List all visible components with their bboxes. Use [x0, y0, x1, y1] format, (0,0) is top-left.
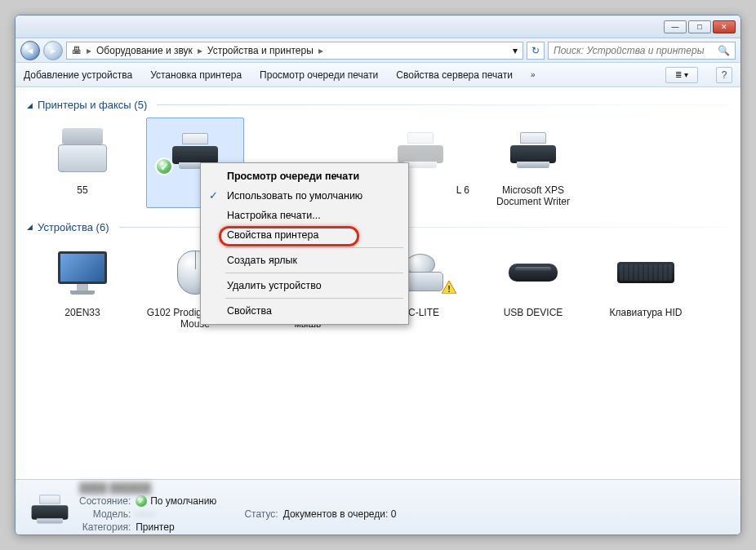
default-check-icon: ✓ [155, 157, 173, 175]
details-pane: ████ ██████ Состояние: ✓По умолчанию Мод… [16, 479, 740, 534]
search-icon: 🔍 [718, 45, 730, 56]
help-button[interactable]: ? [716, 67, 732, 83]
details-state-val: ✓По умолчанию [136, 495, 216, 507]
device-item[interactable]: Клавиатура HID [597, 240, 695, 330]
item-label: 55 [33, 184, 131, 196]
fax-icon [58, 128, 107, 172]
breadcrumb-hardware[interactable]: Оборудование и звук [93, 45, 196, 56]
ctx-use-default[interactable]: ✓ Использовать по умолчанию [202, 186, 407, 206]
warning-icon: ! [442, 281, 456, 294]
item-label: Клавиатура HID [597, 307, 695, 318]
back-button[interactable]: ◄ [20, 41, 40, 60]
devices-printers-icon: 🖶 [72, 45, 82, 56]
forward-button[interactable]: ► [43, 41, 63, 60]
toolbar-overflow-button[interactable]: » [531, 70, 536, 79]
ctx-remove-device[interactable]: Удалить устройство [202, 276, 407, 295]
usb-icon [509, 264, 558, 282]
monitor-icon [58, 251, 107, 294]
details-model-key: Модель: [79, 508, 131, 520]
item-label: USB DEVICE [484, 307, 582, 318]
ctx-printer-properties[interactable]: Свойства принтера [202, 225, 407, 245]
minimize-button[interactable]: — [664, 20, 687, 33]
address-bar[interactable]: 🖶 ▸ Оборудование и звук ▸ Устройства и п… [66, 42, 523, 60]
ctx-create-shortcut[interactable]: Создать ярлык [202, 251, 407, 270]
maximize-button[interactable]: □ [688, 20, 711, 33]
search-placeholder: Поиск: Устройства и принтеры [554, 45, 704, 56]
add-device-button[interactable]: Добавление устройства [24, 69, 132, 81]
details-status-key: Статус: [244, 508, 278, 520]
collapse-icon: ◢ [27, 223, 33, 231]
add-printer-button[interactable]: Установка принтера [150, 69, 242, 81]
details-thumbnail [27, 491, 68, 524]
keyboard-icon [617, 262, 674, 283]
group-printers-header[interactable]: ◢ Принтеры и факсы (5) [27, 99, 729, 111]
green-check-icon: ✓ [136, 495, 147, 507]
content-area: ◢ Принтеры и факсы (5) 55 ✓ L 6 [16, 87, 740, 479]
breadcrumb-sep: ▸ [85, 45, 93, 56]
breadcrumb-sep: ▸ [317, 45, 325, 56]
search-input[interactable]: Поиск: Устройства и принтеры 🔍 [548, 42, 736, 60]
details-model-val: —— [136, 508, 216, 520]
titlebar: — □ ✕ [16, 16, 740, 38]
address-dropdown-icon[interactable]: ▾ [513, 45, 518, 56]
details-title: ████ ██████ [79, 482, 216, 494]
menu-separator [225, 247, 403, 248]
menu-separator [225, 273, 403, 273]
details-category-key: Категория: [79, 521, 131, 533]
breadcrumb-devices[interactable]: Устройства и принтеры [204, 45, 317, 56]
group-printers-label: Принтеры и факсы (5) [38, 99, 147, 111]
svg-text:!: ! [447, 284, 451, 294]
context-menu: Просмотр очереди печати ✓ Использовать п… [200, 162, 409, 325]
close-button[interactable]: ✕ [713, 20, 736, 33]
group-devices-label: Устройства (6) [38, 221, 109, 233]
refresh-button[interactable]: ↻ [527, 42, 545, 60]
printer-icon [510, 132, 556, 168]
nav-bar: ◄ ► 🖶 ▸ Оборудование и звук ▸ Устройства… [16, 38, 740, 63]
view-mode-button[interactable]: ≣ ▾ [665, 67, 698, 83]
details-status-val: Документов в очереди: 0 [283, 508, 397, 520]
printer-item[interactable]: Microsoft XPS Document Writer [484, 118, 582, 208]
check-icon: ✓ [209, 189, 218, 202]
ctx-view-queue[interactable]: Просмотр очереди печати [202, 166, 407, 186]
device-item[interactable]: 20EN33 [33, 240, 131, 330]
ctx-properties[interactable]: Свойства [202, 301, 407, 321]
collapse-icon: ◢ [27, 101, 33, 109]
breadcrumb-sep: ▸ [196, 45, 204, 56]
view-queue-button[interactable]: Просмотр очереди печати [260, 69, 378, 81]
item-label: Microsoft XPS Document Writer [484, 184, 582, 208]
printer-item[interactable]: 55 [33, 118, 131, 208]
details-state-key: Состояние: [79, 495, 131, 507]
explorer-window: — □ ✕ ◄ ► 🖶 ▸ Оборудование и звук ▸ Устр… [15, 15, 741, 535]
server-props-button[interactable]: Свойства сервера печати [396, 69, 513, 81]
details-category-val: Принтер [136, 521, 216, 533]
device-item[interactable]: USB DEVICE [484, 240, 582, 330]
item-label: 20EN33 [33, 307, 131, 318]
ctx-print-settings[interactable]: Настройка печати... [202, 206, 407, 225]
command-bar: Добавление устройства Установка принтера… [16, 63, 740, 87]
menu-separator [225, 298, 403, 299]
